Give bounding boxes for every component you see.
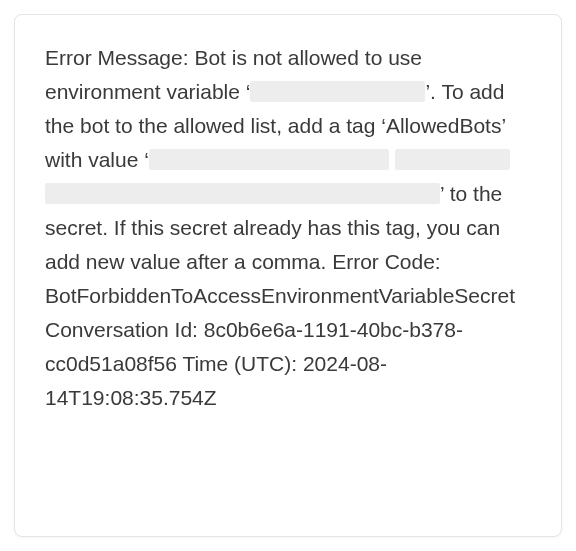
redacted-value-part-1 bbox=[149, 149, 389, 170]
error-card: Error Message: Bot is not allowed to use… bbox=[14, 14, 562, 537]
redacted-env-var bbox=[250, 81, 425, 102]
redacted-value-part-3 bbox=[45, 183, 440, 204]
redacted-value-part-2 bbox=[395, 149, 510, 170]
error-after-value: ’ to the secret. If this secret already … bbox=[45, 182, 515, 409]
error-message-text: Error Message: Bot is not allowed to use… bbox=[45, 41, 531, 415]
